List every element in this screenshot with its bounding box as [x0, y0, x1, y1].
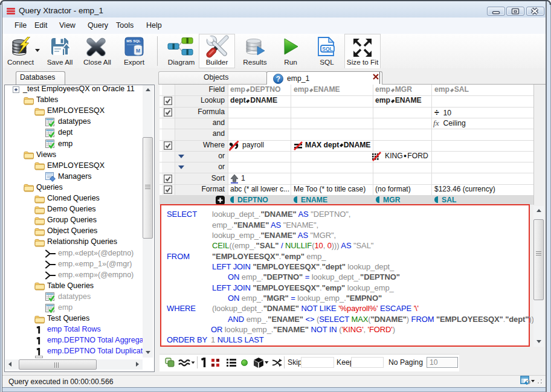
svg-text:?: ?	[276, 75, 280, 83]
svg-text:MS SQL: MS SQL	[126, 39, 141, 43]
svg-text:M: M	[136, 48, 140, 54]
svg-text:SQL: SQL	[322, 46, 332, 52]
